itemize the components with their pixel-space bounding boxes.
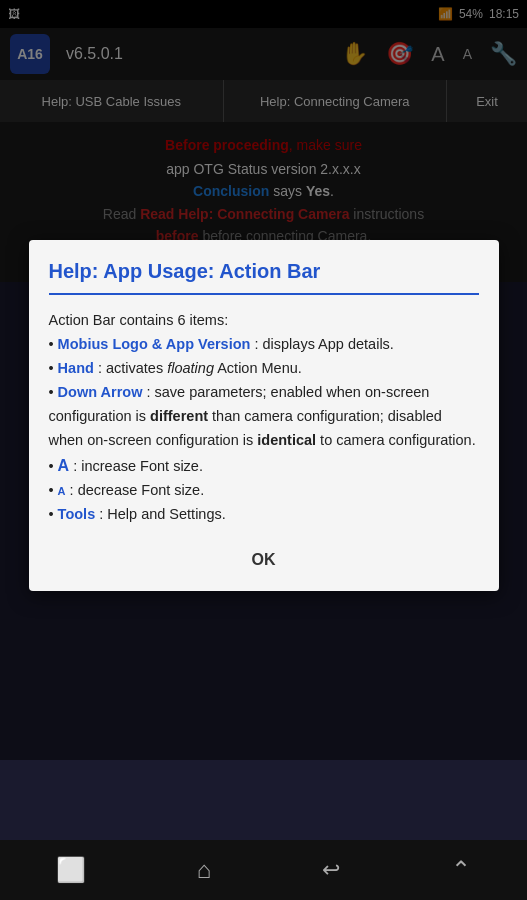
bottom-nav: ⬜ ⌂ ↩ ⌃ [0, 840, 527, 900]
hand-link: Hand [58, 360, 94, 376]
font-small-link: A [58, 485, 66, 497]
item-hand: • Hand : activates floating Action Menu. [49, 357, 479, 381]
up-icon[interactable]: ⌃ [451, 856, 471, 884]
modal-footer: OK [49, 545, 479, 575]
modal-title: Help: App Usage: Action Bar [49, 260, 479, 295]
modal-overlay: Help: App Usage: Action Bar Action Bar c… [0, 0, 527, 760]
font-large-link: A [58, 457, 70, 474]
item-font-small: • A : decrease Font size. [49, 479, 479, 503]
tools-link: Tools [58, 506, 96, 522]
different-bold: different [150, 408, 208, 424]
item-font-large: • A : increase Font size. [49, 453, 479, 479]
floating-italic: floating [167, 360, 214, 376]
recent-apps-icon[interactable]: ⬜ [56, 856, 86, 884]
mobius-logo-link: Mobius Logo & App Version [58, 336, 251, 352]
home-icon[interactable]: ⌂ [197, 856, 212, 884]
identical-bold: identical [257, 432, 316, 448]
item-logo: • Mobius Logo & App Version : displays A… [49, 333, 479, 357]
modal-intro: Action Bar contains 6 items: [49, 309, 479, 333]
help-modal: Help: App Usage: Action Bar Action Bar c… [29, 240, 499, 591]
ok-button[interactable]: OK [228, 545, 300, 575]
item-down-arrow: • Down Arrow : save parameters; enabled … [49, 381, 479, 453]
down-arrow-link: Down Arrow [58, 384, 143, 400]
modal-body: Action Bar contains 6 items: • Mobius Lo… [49, 309, 479, 527]
item-tools: • Tools : Help and Settings. [49, 503, 479, 527]
back-icon[interactable]: ↩ [322, 857, 340, 883]
